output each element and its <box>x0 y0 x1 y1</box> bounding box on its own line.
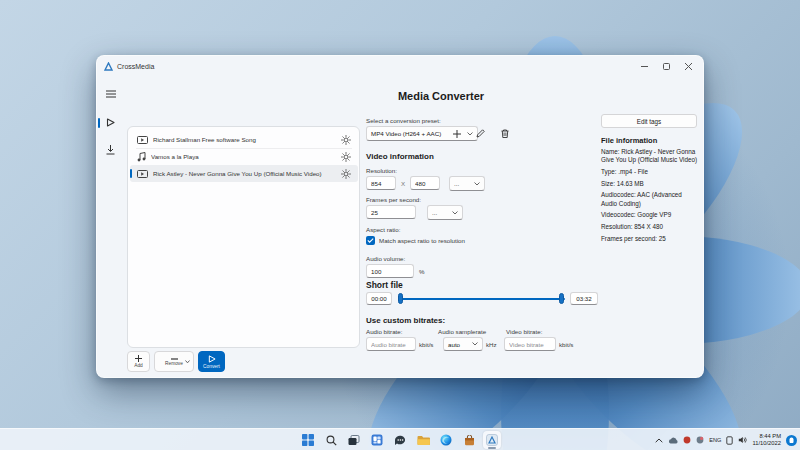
minimize-button[interactable] <box>633 56 655 76</box>
file-info-videocodec: Videocodec: Google VP9 <box>601 211 699 219</box>
maximize-button[interactable] <box>655 56 677 76</box>
trim-start-input[interactable] <box>366 292 392 305</box>
list-item-selected[interactable]: Rick Astley - Never Gonna Give You Up (O… <box>130 165 358 182</box>
trim-slider-track[interactable] <box>399 298 565 300</box>
file-name: Rick Astley - Never Gonna Give You Up (O… <box>153 170 341 177</box>
app-logo-icon <box>104 62 113 71</box>
edge-button[interactable] <box>437 431 455 449</box>
nav-item-converter[interactable] <box>102 115 119 130</box>
resolution-preset-value: ... <box>454 180 459 187</box>
task-view-button[interactable] <box>345 431 363 449</box>
audio-volume-unit: % <box>419 268 425 275</box>
window-title: CrossMedia <box>117 63 154 70</box>
remove-button-label: Remove <box>165 361 183 366</box>
video-file-icon <box>137 170 148 178</box>
selection-indicator <box>130 169 132 178</box>
widgets-icon <box>371 434 383 446</box>
fps-input[interactable] <box>366 205 416 219</box>
gear-icon[interactable] <box>341 135 351 145</box>
file-info-size: Size: 14.63 MB <box>601 180 699 188</box>
file-explorer-button[interactable] <box>414 431 432 449</box>
aspect-ratio-checkbox-label: Match aspect ratio to resolution <box>379 237 465 244</box>
hamburger-icon <box>106 90 116 98</box>
resolution-preset-combobox[interactable]: ... <box>449 176 485 191</box>
tray-app-grey-icon[interactable] <box>696 436 704 444</box>
speaker-icon[interactable] <box>738 436 747 444</box>
store-icon <box>464 435 475 446</box>
list-item[interactable]: Vamos a la Playa <box>130 148 358 165</box>
taskbar-crossmedia-app[interactable] <box>483 431 501 449</box>
gear-icon[interactable] <box>341 169 351 179</box>
taskbar-clock[interactable]: 8:44 PM 11/10/2022 <box>752 433 781 446</box>
edit-tags-label: Edit tags <box>637 118 662 125</box>
video-bitrate-label: Video bitrate: <box>506 328 542 335</box>
search-button[interactable] <box>322 431 340 449</box>
resolution-label: Resolution: <box>366 167 397 174</box>
video-file-icon <box>137 136 148 144</box>
clock-time: 8:44 PM <box>752 433 781 440</box>
notification-center-button[interactable] <box>786 435 797 446</box>
language-indicator[interactable]: ENG <box>709 437 721 443</box>
edit-tags-button[interactable]: Edit tags <box>601 114 697 128</box>
audio-file-icon <box>137 152 146 162</box>
file-info-type: Type: .mp4 - File <box>601 168 699 176</box>
hamburger-menu-button[interactable] <box>102 86 119 101</box>
convert-button[interactable]: Convert <box>198 351 225 372</box>
nav-rail <box>97 76 123 379</box>
trim-end-input[interactable] <box>570 292 598 305</box>
play-convert-icon <box>106 118 115 127</box>
fps-preset-combobox[interactable]: ... <box>427 205 463 220</box>
start-button[interactable] <box>299 431 317 449</box>
fps-label: Frames per second: <box>366 196 421 203</box>
edit-preset-button[interactable] <box>473 126 488 141</box>
add-preset-button[interactable] <box>449 126 464 141</box>
clock-date: 11/10/2022 <box>752 440 781 447</box>
store-button[interactable] <box>460 431 478 449</box>
video-bitrate-input[interactable] <box>504 337 556 351</box>
audio-bitrate-label: Audio bitrate: <box>366 328 402 335</box>
file-name: Richard Stallman Free software Song <box>153 136 341 143</box>
trash-icon <box>501 129 509 138</box>
trim-start-handle[interactable] <box>398 293 403 304</box>
remove-button[interactable]: Remove <box>154 351 194 372</box>
file-list: Richard Stallman Free software Song Vamo… <box>127 126 360 348</box>
file-information-heading: File information <box>601 136 657 145</box>
check-icon <box>367 238 374 243</box>
tray-chevron-up-icon[interactable] <box>655 438 663 443</box>
window-titlebar[interactable]: CrossMedia <box>97 56 703 76</box>
plus-icon <box>453 130 461 138</box>
audio-samplerate-unit: kHz <box>486 341 497 348</box>
audio-samplerate-combobox[interactable]: auto <box>443 337 483 351</box>
gear-icon[interactable] <box>341 152 351 162</box>
widgets-button[interactable] <box>368 431 386 449</box>
resolution-width-input[interactable] <box>366 176 396 190</box>
onedrive-cloud-icon[interactable] <box>668 437 678 444</box>
chevron-down-icon[interactable] <box>185 360 190 364</box>
list-item[interactable]: Richard Stallman Free software Song <box>130 131 358 148</box>
nav-selected-indicator <box>98 118 100 128</box>
audio-bitrate-input[interactable] <box>366 337 416 351</box>
file-name: Vamos a la Playa <box>151 153 341 160</box>
chat-button[interactable] <box>391 431 409 449</box>
custom-bitrates-heading: Use custom bitrates: <box>366 316 445 325</box>
chevron-down-icon <box>474 182 480 186</box>
nav-item-download[interactable] <box>102 142 119 157</box>
resolution-height-input[interactable] <box>410 176 440 190</box>
chevron-down-icon <box>472 342 478 346</box>
crossmedia-window: CrossMedia <box>96 55 704 378</box>
delete-preset-button[interactable] <box>497 126 512 141</box>
desktop-wallpaper: CrossMedia <box>0 0 800 450</box>
short-file-heading: Short file <box>366 280 403 290</box>
phone-link-icon[interactable] <box>726 436 733 445</box>
add-button[interactable]: Add <box>127 351 150 372</box>
audio-volume-input[interactable] <box>366 264 414 278</box>
resolution-separator: X <box>401 180 405 187</box>
minus-icon <box>171 358 178 360</box>
close-button[interactable] <box>677 56 699 76</box>
aspect-ratio-checkbox[interactable] <box>366 236 375 245</box>
trim-end-handle[interactable] <box>559 293 564 304</box>
video-information-heading: Video information <box>366 152 434 161</box>
fps-preset-value: ... <box>432 209 437 216</box>
audio-bitrate-unit: kbit/s <box>419 341 433 348</box>
tray-app-red-icon[interactable] <box>683 436 691 444</box>
